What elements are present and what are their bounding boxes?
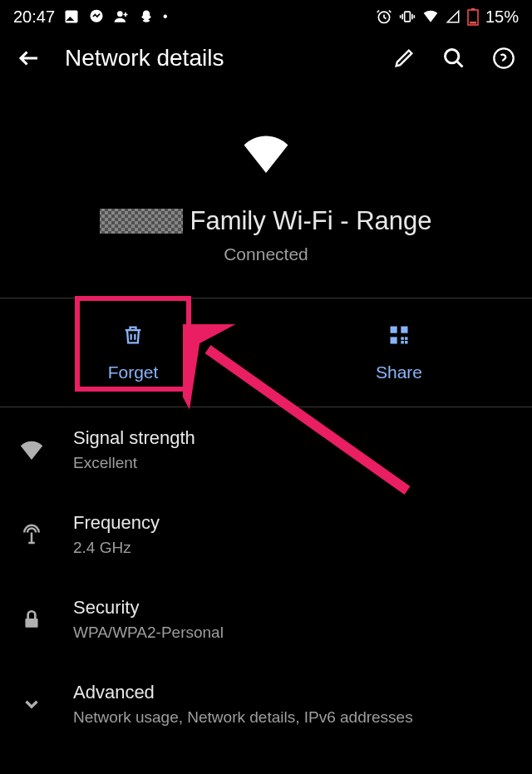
help-button[interactable] — [492, 47, 515, 70]
detail-text: Security WPA/WPA2-Personal — [73, 597, 224, 642]
status-time: 20:47 — [13, 7, 55, 27]
signal-value: Excellent — [73, 454, 195, 472]
svg-rect-15 — [401, 341, 404, 344]
frequency-title: Frequency — [73, 512, 160, 534]
signal-strength-item[interactable]: Signal strength Excellent — [0, 407, 532, 492]
chevron-down-icon — [17, 693, 47, 715]
security-title: Security — [73, 597, 224, 619]
signal-title: Signal strength — [73, 427, 195, 449]
svg-rect-12 — [391, 337, 397, 343]
alarm-icon — [376, 8, 392, 25]
network-hero: Family Wi-Fi - Range Connected — [0, 83, 532, 298]
add-person-icon — [113, 8, 130, 25]
forget-button[interactable]: Forget — [0, 298, 266, 407]
svg-rect-7 — [470, 22, 476, 24]
status-bar: 20:47 • 15% — [0, 0, 532, 33]
app-bar-actions — [392, 47, 515, 70]
frequency-item[interactable]: Frequency 2.4 GHz — [0, 492, 532, 577]
wifi-status-icon — [422, 8, 439, 25]
battery-percent: 15% — [485, 7, 519, 27]
svg-rect-13 — [401, 337, 404, 340]
search-button[interactable] — [442, 47, 466, 70]
svg-point-2 — [117, 11, 123, 17]
battery-icon — [467, 7, 479, 26]
gallery-icon — [63, 8, 80, 25]
svg-rect-10 — [391, 326, 397, 333]
detail-text: Signal strength Excellent — [73, 427, 195, 472]
wifi-signal-icon — [17, 440, 47, 460]
snapchat-icon — [138, 8, 155, 25]
edit-button[interactable] — [392, 47, 416, 70]
security-item[interactable]: Security WPA/WPA2-Personal — [0, 577, 532, 662]
advanced-value: Network usage, Network details, IPv6 add… — [73, 708, 413, 727]
detail-text: Frequency 2.4 GHz — [73, 512, 160, 557]
app-bar: Network details — [0, 33, 532, 83]
detail-text: Advanced Network usage, Network details,… — [73, 682, 413, 727]
svg-rect-14 — [405, 341, 408, 344]
network-status: Connected — [224, 244, 308, 264]
network-name: Family Wi-Fi - Range — [100, 206, 431, 236]
status-right: 15% — [376, 7, 519, 27]
frequency-icon — [17, 522, 47, 547]
svg-rect-16 — [405, 337, 408, 340]
status-left: 20:47 • — [13, 7, 168, 27]
svg-rect-0 — [66, 11, 78, 23]
forget-label: Forget — [108, 362, 159, 382]
svg-rect-4 — [405, 12, 411, 22]
frequency-value: 2.4 GHz — [73, 539, 160, 557]
messenger-icon — [88, 8, 105, 25]
lock-icon — [17, 607, 47, 632]
detail-list: Signal strength Excellent Frequency 2.4 … — [0, 407, 532, 747]
trash-icon — [121, 323, 145, 351]
share-button[interactable]: Share — [266, 298, 532, 407]
svg-rect-6 — [471, 8, 475, 10]
back-button[interactable] — [17, 46, 42, 71]
share-label: Share — [376, 362, 422, 382]
action-row: Forget Share — [0, 298, 532, 407]
security-value: WPA/WPA2-Personal — [73, 624, 224, 642]
qr-icon — [387, 323, 411, 351]
redacted-prefix — [100, 209, 183, 234]
more-dot-icon: • — [163, 9, 168, 24]
wifi-icon — [241, 133, 291, 176]
vibrate-icon — [399, 8, 416, 25]
cellular-icon — [446, 9, 461, 24]
network-name-text: Family Wi-Fi - Range — [190, 206, 431, 236]
svg-rect-17 — [25, 619, 37, 628]
svg-point-8 — [446, 50, 459, 63]
advanced-title: Advanced — [73, 682, 413, 703]
advanced-item[interactable]: Advanced Network usage, Network details,… — [0, 662, 532, 747]
svg-rect-11 — [401, 326, 407, 333]
page-title: Network details — [65, 45, 369, 71]
